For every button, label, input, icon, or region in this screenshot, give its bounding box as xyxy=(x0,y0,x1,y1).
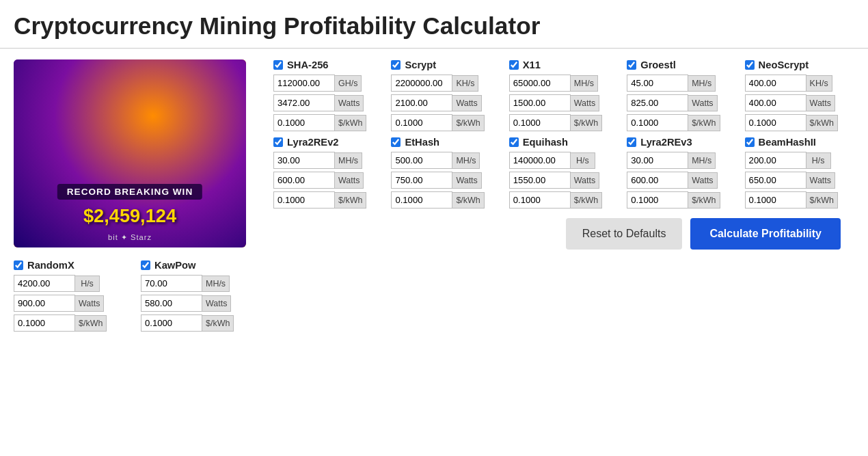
algo-block-groestl: GroestlMH/sWatts$/kWh xyxy=(627,59,736,131)
algo-header-groestl: Groestl xyxy=(627,59,736,70)
cost-input-scrypt[interactable] xyxy=(391,114,452,131)
power-input-ethash[interactable] xyxy=(391,172,452,189)
cost-input-groestl[interactable] xyxy=(627,114,688,131)
power-input-kawpow[interactable] xyxy=(141,295,202,312)
algorithms-grid: SHA-256GH/sWatts$/kWhScryptKH/sWatts$/kW… xyxy=(273,59,854,209)
power-unit-lyra2rev3: Watts xyxy=(688,172,717,189)
power-input-scrypt[interactable] xyxy=(391,94,452,111)
hashrate-input-randomx[interactable] xyxy=(14,275,75,292)
power-row-beamhashii: Watts xyxy=(745,172,854,189)
algo-checkbox-randomx[interactable] xyxy=(14,260,23,270)
cost-unit-neoscrypt: $/kWh xyxy=(806,115,838,131)
power-input-lyra2rev3[interactable] xyxy=(627,172,688,189)
hashrate-unit-equihash: H/s xyxy=(571,152,595,169)
power-row-sha256: Watts xyxy=(273,94,383,111)
calculate-button[interactable]: Calculate Profitability xyxy=(690,218,841,250)
hashrate-row-lyra2rev3: MH/s xyxy=(627,152,736,169)
cost-row-ethash: $/kWh xyxy=(391,191,500,209)
cost-input-x11[interactable] xyxy=(509,114,571,131)
hashrate-row-x11: MH/s xyxy=(509,75,619,92)
power-input-equihash[interactable] xyxy=(509,172,571,189)
hashrate-input-neoscrypt[interactable] xyxy=(745,75,806,92)
power-unit-groestl: Watts xyxy=(688,95,717,111)
algo-checkbox-equihash[interactable] xyxy=(509,137,519,147)
algo-checkbox-scrypt[interactable] xyxy=(391,60,401,70)
algo-checkbox-lyra2rev3[interactable] xyxy=(627,137,636,147)
hashrate-input-ethash[interactable] xyxy=(391,152,452,169)
cost-input-equihash[interactable] xyxy=(509,191,571,209)
cost-unit-lyra2rev3: $/kWh xyxy=(688,192,720,209)
algo-header-randomx: RandomX xyxy=(14,260,133,271)
power-input-neoscrypt[interactable] xyxy=(745,94,806,111)
power-input-beamhashii[interactable] xyxy=(745,172,806,189)
hashrate-unit-lyra2rev2: MH/s xyxy=(335,152,362,169)
algo-block-neoscrypt: NeoScryptKH/sWatts$/kWh xyxy=(745,59,854,131)
hashrate-row-ethash: MH/s xyxy=(391,152,500,169)
algo-block-ethash: EtHashMH/sWatts$/kWh xyxy=(391,137,500,209)
hashrate-input-lyra2rev2[interactable] xyxy=(273,152,335,169)
algo-block-equihash: EquihashH/sWatts$/kWh xyxy=(509,137,619,209)
algo-checkbox-sha256[interactable] xyxy=(273,60,283,70)
algo-name-neoscrypt: NeoScrypt xyxy=(759,59,809,70)
cost-input-sha256[interactable] xyxy=(273,114,335,131)
algo-header-lyra2rev2: Lyra2REv2 xyxy=(273,137,383,148)
advertisement-banner[interactable]: RECORD BREAKING WIN $2,459,124 bit ✦ Sta… xyxy=(14,59,246,247)
algo-checkbox-ethash[interactable] xyxy=(391,137,401,147)
power-unit-equihash: Watts xyxy=(571,172,599,189)
power-input-sha256[interactable] xyxy=(273,94,335,111)
cost-input-neoscrypt[interactable] xyxy=(745,114,806,131)
cost-row-x11: $/kWh xyxy=(509,114,619,131)
algo-header-x11: X11 xyxy=(509,59,619,70)
algo-checkbox-groestl[interactable] xyxy=(627,60,636,70)
algo-checkbox-lyra2rev2[interactable] xyxy=(273,137,283,147)
ad-record-text: RECORD BREAKING WIN xyxy=(57,184,202,200)
hashrate-input-scrypt[interactable] xyxy=(391,75,452,92)
cost-input-ethash[interactable] xyxy=(391,191,452,209)
algo-name-lyra2rev2: Lyra2REv2 xyxy=(287,137,339,148)
algo-checkbox-kawpow[interactable] xyxy=(141,260,150,270)
algo-checkbox-x11[interactable] xyxy=(509,60,519,70)
power-input-randomx[interactable] xyxy=(14,295,75,312)
algo-name-lyra2rev3: Lyra2REv3 xyxy=(640,137,692,148)
hashrate-unit-beamhashii: H/s xyxy=(806,152,831,169)
power-row-x11: Watts xyxy=(509,94,619,111)
cost-input-beamhashii[interactable] xyxy=(745,191,806,209)
hashrate-input-sha256[interactable] xyxy=(273,75,335,92)
hashrate-unit-randomx: H/s xyxy=(75,276,100,292)
power-row-equihash: Watts xyxy=(509,172,619,189)
cost-input-kawpow[interactable] xyxy=(141,314,202,332)
power-input-groestl[interactable] xyxy=(627,94,688,111)
hashrate-row-equihash: H/s xyxy=(509,152,619,169)
algo-block-kawpow: KawPowMH/sWatts$/kWh xyxy=(141,260,260,332)
power-input-lyra2rev2[interactable] xyxy=(273,172,335,189)
algo-header-sha256: SHA-256 xyxy=(273,59,383,70)
reset-button[interactable]: Reset to Defaults xyxy=(566,218,683,250)
algo-block-sha256: SHA-256GH/sWatts$/kWh xyxy=(273,59,383,131)
hashrate-input-beamhashii[interactable] xyxy=(745,152,806,169)
algo-block-randomx: RandomXH/sWatts$/kWh xyxy=(14,260,133,332)
hashrate-unit-scrypt: KH/s xyxy=(452,75,478,92)
cost-input-lyra2rev2[interactable] xyxy=(273,191,335,209)
cost-input-lyra2rev3[interactable] xyxy=(627,191,688,209)
algo-header-ethash: EtHash xyxy=(391,137,500,148)
power-input-x11[interactable] xyxy=(509,94,571,111)
power-unit-lyra2rev2: Watts xyxy=(335,172,364,189)
hashrate-input-x11[interactable] xyxy=(509,75,571,92)
cost-row-lyra2rev3: $/kWh xyxy=(627,191,736,209)
cost-row-randomx: $/kWh xyxy=(14,314,133,332)
cost-unit-lyra2rev2: $/kWh xyxy=(335,192,366,209)
power-unit-randomx: Watts xyxy=(75,295,104,312)
hashrate-input-equihash[interactable] xyxy=(509,152,571,169)
algo-checkbox-beamhashii[interactable] xyxy=(745,137,755,147)
algo-block-lyra2rev3: Lyra2REv3MH/sWatts$/kWh xyxy=(627,137,736,209)
algo-block-x11: X11MH/sWatts$/kWh xyxy=(509,59,619,131)
hashrate-row-lyra2rev2: MH/s xyxy=(273,152,383,169)
hashrate-row-beamhashii: H/s xyxy=(745,152,854,169)
hashrate-input-lyra2rev3[interactable] xyxy=(627,152,688,169)
hashrate-input-kawpow[interactable] xyxy=(141,275,202,292)
cost-row-beamhashii: $/kWh xyxy=(745,191,854,209)
hashrate-input-groestl[interactable] xyxy=(627,75,688,92)
algo-checkbox-neoscrypt[interactable] xyxy=(745,60,755,70)
cost-input-randomx[interactable] xyxy=(14,314,75,332)
cost-unit-beamhashii: $/kWh xyxy=(806,192,838,209)
